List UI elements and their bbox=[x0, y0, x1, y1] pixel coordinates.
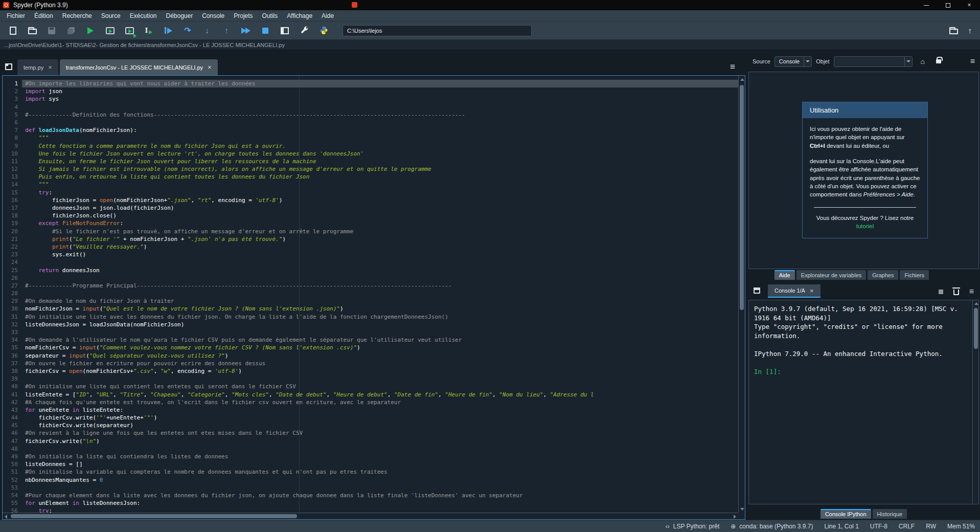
menu-item-affichage[interactable]: Affichage bbox=[282, 11, 317, 20]
line-number[interactable]: 25 bbox=[3, 267, 22, 274]
tab-console-ipython[interactable]: Console IPython bbox=[821, 509, 871, 519]
console-scrollbar[interactable] bbox=[972, 300, 979, 504]
line-number[interactable]: 44 bbox=[3, 414, 22, 422]
line-number[interactable]: 49 bbox=[3, 453, 22, 460]
code-line[interactable]: 27#-------------Programme Principal-----… bbox=[3, 282, 738, 290]
code-line[interactable]: 14 """ bbox=[3, 181, 738, 188]
line-number[interactable]: 34 bbox=[3, 336, 22, 344]
maximize-pane-button[interactable] bbox=[277, 23, 292, 38]
code-line[interactable]: 15 try: bbox=[3, 189, 738, 196]
line-number[interactable]: 28 bbox=[3, 290, 22, 297]
code-line[interactable]: 6 bbox=[3, 119, 738, 126]
step-out-button[interactable]: ↑ bbox=[219, 23, 234, 38]
menu-item-fichier[interactable]: Fichier bbox=[2, 11, 30, 20]
console-scroll-thumb[interactable] bbox=[974, 308, 978, 349]
line-number[interactable]: 3 bbox=[3, 95, 22, 103]
parent-directory-icon[interactable]: ↑ bbox=[968, 26, 972, 35]
code-line[interactable]: 28 bbox=[3, 290, 738, 297]
line-number[interactable]: 12 bbox=[3, 165, 22, 173]
code-line[interactable]: 22 print("Veuillez réessayer.") bbox=[3, 243, 738, 251]
code-line[interactable]: 44 fichierCsv.write('"'+uneEntete+'"') bbox=[3, 414, 738, 422]
line-number[interactable]: 20 bbox=[3, 228, 22, 235]
code-line[interactable]: 55for unElement in listeDonneesJson: bbox=[3, 499, 738, 507]
code-line[interactable]: 29#On demande le nom du fichier Json à t… bbox=[3, 297, 738, 305]
editor-tab[interactable]: transformerJsonCsv - LE JOSSEC MICHELANG… bbox=[60, 59, 218, 75]
console-options-menu-icon[interactable]: ≡ bbox=[969, 287, 974, 296]
code-line[interactable]: 36separateur = input("Quel séparateur vo… bbox=[3, 352, 738, 360]
code-line[interactable]: 49#On initialise la liste qui contiendra… bbox=[3, 453, 738, 460]
save-button[interactable] bbox=[44, 23, 59, 38]
line-number[interactable]: 56 bbox=[3, 507, 22, 513]
line-number[interactable]: 52 bbox=[3, 476, 22, 484]
line-number[interactable]: 50 bbox=[3, 460, 22, 468]
line-number[interactable]: 5 bbox=[3, 111, 22, 119]
line-number[interactable]: 37 bbox=[3, 360, 22, 367]
code-line[interactable]: 16 fichierJson = open(nomFichierJson+".j… bbox=[3, 196, 738, 204]
code-line[interactable]: 32listeDonneesJson = loadJsonData(nomFic… bbox=[3, 321, 738, 328]
horizontal-scroll-thumb[interactable] bbox=[11, 514, 297, 518]
line-number[interactable]: 32 bbox=[3, 321, 22, 328]
line-number[interactable]: 24 bbox=[3, 258, 22, 266]
save-all-button[interactable] bbox=[63, 23, 79, 38]
code-line[interactable]: 13 Puis enfin, on retourne la liste qui … bbox=[3, 173, 738, 181]
line-number[interactable]: 40 bbox=[3, 383, 22, 390]
line-number[interactable]: 19 bbox=[3, 219, 22, 227]
line-number[interactable]: 16 bbox=[3, 196, 22, 204]
code-line[interactable]: 50listeDonnees = [] bbox=[3, 460, 738, 468]
scroll-right-arrow-icon[interactable] bbox=[734, 515, 736, 519]
code-line[interactable]: 53 bbox=[3, 484, 738, 492]
line-number[interactable]: 53 bbox=[3, 484, 22, 492]
line-number[interactable]: 4 bbox=[3, 103, 22, 111]
code-line[interactable]: 33 bbox=[3, 328, 738, 336]
line-number[interactable]: 2 bbox=[3, 87, 22, 95]
browse-directory-icon[interactable] bbox=[949, 29, 958, 34]
menu-item-source[interactable]: Source bbox=[97, 11, 125, 20]
code-line[interactable]: 25 return donneesJson bbox=[3, 267, 738, 274]
help-options-menu-icon[interactable]: ≡ bbox=[970, 57, 975, 65]
code-line[interactable]: 37#On ouvre le fichier en ecriture pour … bbox=[3, 360, 738, 367]
line-number[interactable]: 27 bbox=[3, 282, 22, 290]
line-number[interactable]: 54 bbox=[3, 492, 22, 499]
object-dropdown[interactable] bbox=[834, 56, 913, 67]
menu-item-deboguer[interactable]: Déboguer bbox=[161, 11, 197, 20]
code-line[interactable]: 21 print("Le fichier '" + nomFichierJson… bbox=[3, 235, 738, 243]
code-line[interactable]: 51#On initialise la variable qui compter… bbox=[3, 468, 738, 476]
lock-icon[interactable] bbox=[936, 59, 941, 63]
line-number[interactable]: 55 bbox=[3, 499, 22, 507]
code-line[interactable]: 2import json bbox=[3, 87, 738, 95]
run-cell-button[interactable] bbox=[102, 23, 118, 38]
code-line[interactable]: 30nomFichierJson = input("Quel est le no… bbox=[3, 305, 738, 313]
code-line[interactable]: 5#-------------Definition des fonctions-… bbox=[3, 111, 738, 119]
line-number[interactable]: 21 bbox=[3, 235, 22, 243]
code-line[interactable]: 48 bbox=[3, 445, 738, 453]
line-number[interactable]: 41 bbox=[3, 391, 22, 398]
editor-horizontal-scrollbar[interactable] bbox=[3, 513, 738, 519]
close-tab-icon[interactable]: × bbox=[208, 64, 212, 71]
code-line[interactable]: 10 Une fois le fichier Json ouvert en le… bbox=[3, 150, 738, 158]
maximize-button[interactable] bbox=[937, 0, 959, 10]
code-line[interactable]: 4 bbox=[3, 103, 738, 111]
line-number[interactable]: 11 bbox=[3, 158, 22, 165]
line-number[interactable]: 45 bbox=[3, 422, 22, 429]
line-number[interactable]: 33 bbox=[3, 328, 22, 336]
line-number[interactable]: 22 bbox=[3, 243, 22, 251]
preferences-button[interactable] bbox=[297, 23, 312, 38]
stop-button[interactable] bbox=[258, 23, 273, 38]
code-line[interactable]: 31#On initialise une liste avec les donn… bbox=[3, 313, 738, 321]
code-line[interactable]: 8 """ bbox=[3, 134, 738, 142]
code-line[interactable]: 20 #Si le fichier n'est pas trouvé, on a… bbox=[3, 228, 738, 235]
menu-item-execution[interactable]: Exécution bbox=[125, 11, 162, 20]
run-selection-button[interactable]: I bbox=[141, 23, 156, 38]
code-line[interactable]: 26 bbox=[3, 274, 738, 282]
environment-status[interactable]: ⊕ conda: base (Python 3.9.7) bbox=[731, 523, 813, 530]
line-number[interactable]: 47 bbox=[3, 437, 22, 445]
code-line[interactable]: 54#Pour chaque element dans la liste ave… bbox=[3, 492, 738, 499]
open-file-button[interactable] bbox=[25, 23, 40, 38]
line-number[interactable]: 14 bbox=[3, 181, 22, 188]
close-button[interactable]: × bbox=[959, 0, 980, 10]
close-tab-icon[interactable]: × bbox=[48, 64, 52, 71]
line-number[interactable]: 23 bbox=[3, 251, 22, 258]
line-number[interactable]: 15 bbox=[3, 189, 22, 196]
editor-vertical-scrollbar[interactable] bbox=[738, 76, 745, 513]
line-number[interactable]: 1 bbox=[3, 80, 22, 87]
